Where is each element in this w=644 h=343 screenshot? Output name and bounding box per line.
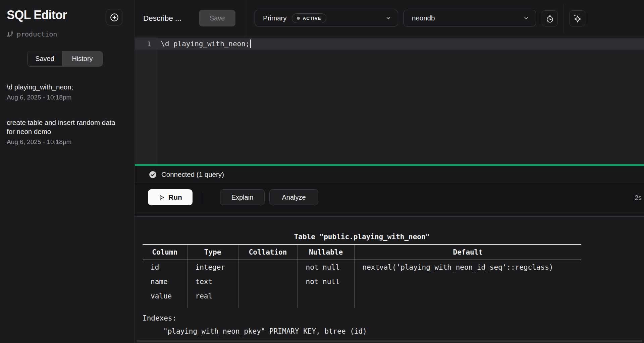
table-cell: integer xyxy=(187,260,238,274)
index-entry: "playing_with_neon_pkey" PRIMARY KEY, bt… xyxy=(143,325,367,338)
table-cell: real xyxy=(187,289,238,303)
table-cell: id xyxy=(143,260,187,274)
connection-statusbar: Connected (1 query) xyxy=(135,166,644,183)
main-panel: Describe ... Save Primary ACTIVE neondb xyxy=(135,0,644,343)
neon-sql-editor-screen: SQL Editor production Saved History \d p… xyxy=(0,0,644,343)
table-cell: text xyxy=(187,274,238,289)
query-toolbar: Run Explain Analyze 2s xyxy=(135,183,644,212)
sidebar: SQL Editor production Saved History \d p… xyxy=(0,0,135,343)
ai-assist-button[interactable] xyxy=(569,10,585,26)
table-cell xyxy=(238,260,298,274)
status-badge: ACTIVE xyxy=(292,13,326,23)
table-cell xyxy=(354,274,581,289)
table-cell: not null xyxy=(298,274,354,289)
table-cell xyxy=(238,274,298,289)
table-cell xyxy=(354,289,581,303)
table-cell: name xyxy=(143,274,187,289)
saved-history-tabs: Saved History xyxy=(27,51,103,67)
results-top-border xyxy=(135,212,644,217)
table-cell: not null xyxy=(298,260,354,274)
describe-table: Column Type Collation Nullable Default i… xyxy=(143,244,581,308)
history-item-timestamp: Aug 6, 2025 - 10:18pm xyxy=(7,138,125,146)
toolbar-divider xyxy=(202,192,202,204)
branch-indicator: production xyxy=(7,30,57,38)
table-row: value real xyxy=(143,289,581,303)
play-icon xyxy=(158,194,165,201)
table-cell xyxy=(298,289,354,303)
active-dot-icon xyxy=(297,17,300,20)
check-circle-icon xyxy=(149,170,157,179)
line-number: 1 xyxy=(135,40,158,48)
table-row: id integer not null nextval('playing_wit… xyxy=(143,260,581,274)
history-item-timestamp: Aug 6, 2025 - 10:18pm xyxy=(7,94,125,101)
sql-code-editor[interactable]: 1 \d playing_with_neon; xyxy=(135,37,644,164)
database-selector-value: neondb xyxy=(412,14,435,22)
query-history-button[interactable] xyxy=(542,10,558,26)
code-line: \d playing_with_neon; xyxy=(158,40,251,48)
topbar-divider xyxy=(564,4,564,33)
history-item[interactable]: \d playing_with_neon; Aug 6, 2025 - 10:1… xyxy=(7,82,125,101)
git-branch-icon xyxy=(7,31,14,38)
database-selector[interactable]: neondb xyxy=(404,10,536,26)
branch-selector[interactable]: Primary ACTIVE xyxy=(255,10,398,26)
new-query-button[interactable] xyxy=(106,9,122,25)
table-header-row: Column Type Collation Nullable Default xyxy=(143,245,581,260)
table-cell: value xyxy=(143,289,187,303)
chevron-down-icon xyxy=(385,15,392,21)
column-header: Type xyxy=(187,245,238,260)
circle-plus-icon xyxy=(109,12,119,22)
query-title[interactable]: Describe ... xyxy=(143,0,181,37)
table-cell xyxy=(238,289,298,303)
table-cell: nextval('playing_with_neon_id_seq'::regc… xyxy=(354,260,581,274)
topbar-divider xyxy=(245,0,245,37)
branch-selector-value: Primary xyxy=(263,14,287,22)
history-item-title: \d playing_with_neon; xyxy=(7,82,125,91)
status-badge-label: ACTIVE xyxy=(303,16,321,21)
query-duration: 2s xyxy=(635,183,642,212)
table-row: name text not null xyxy=(143,274,581,289)
stopwatch-icon xyxy=(545,14,554,23)
history-item-title: create table and insert random data for … xyxy=(7,118,125,136)
indexes-label: Indexes: xyxy=(143,312,367,325)
branch-name: production xyxy=(17,30,57,38)
column-header: Nullable xyxy=(298,245,354,260)
editor-topbar: Describe ... Save Primary ACTIVE neondb xyxy=(135,0,644,37)
explain-button[interactable]: Explain xyxy=(220,189,265,205)
table-row-spacer xyxy=(143,303,581,308)
column-header: Collation xyxy=(238,245,298,260)
tab-history[interactable]: History xyxy=(62,51,103,66)
tab-saved[interactable]: Saved xyxy=(28,51,62,66)
sparkles-icon xyxy=(573,14,582,23)
results-table-title: Table "public.playing_with_neon" xyxy=(143,233,581,241)
text-cursor xyxy=(250,40,251,48)
chevron-down-icon xyxy=(523,15,530,21)
column-header: Column xyxy=(143,245,187,260)
horizontal-scrollbar[interactable] xyxy=(137,340,642,342)
line-number-gutter xyxy=(135,37,158,164)
analyze-button[interactable]: Analyze xyxy=(269,189,318,205)
save-button[interactable]: Save xyxy=(199,10,235,26)
results-output: Table "public.playing_with_neon" Column … xyxy=(135,217,644,343)
history-item[interactable]: create table and insert random data for … xyxy=(7,118,125,146)
run-button[interactable]: Run xyxy=(148,189,193,205)
editor-active-line: 1 \d playing_with_neon; xyxy=(135,38,644,50)
connection-status-text: Connected (1 query) xyxy=(161,170,224,179)
page-title: SQL Editor xyxy=(7,8,67,22)
indexes-section: Indexes: "playing_with_neon_pkey" PRIMAR… xyxy=(143,312,367,338)
column-header: Default xyxy=(354,245,581,260)
